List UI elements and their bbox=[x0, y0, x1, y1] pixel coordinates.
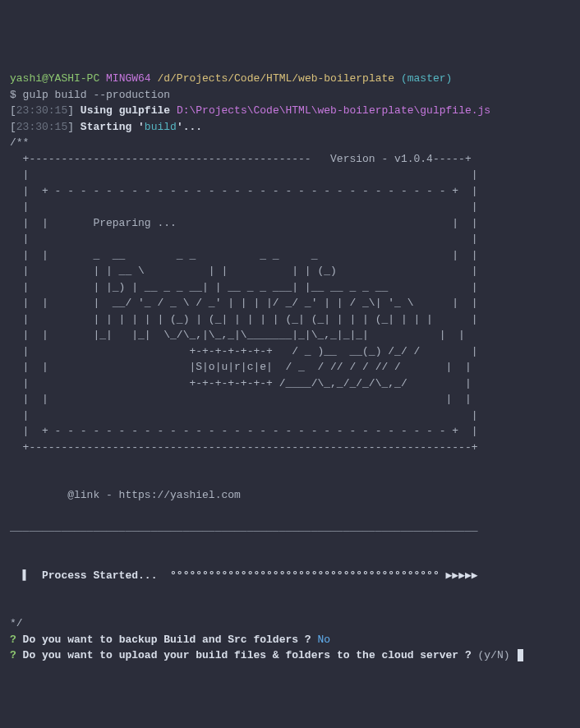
branch-name: master bbox=[407, 72, 446, 85]
ascii-art: | | |_) | __ _ _ __| | __ _ _ ___| |__ _… bbox=[10, 281, 478, 293]
ascii-art: | | _ __ _ _ _ _ _ | | bbox=[10, 249, 478, 261]
answer-no: No bbox=[317, 634, 330, 646]
question-text: Do you want to backup Build and Src fold… bbox=[16, 634, 318, 646]
ascii-art: | | | __/ '_ / _ \ / _' | | | |/ _/ _' |… bbox=[10, 297, 478, 309]
process-started: ▌ Process Started... °°°°°°°°°°°°°°°°°°°… bbox=[10, 569, 478, 582]
prompt-user: yashi@YASHI-PC bbox=[10, 72, 99, 85]
comment-close: */ bbox=[10, 617, 23, 629]
log-msg: Using gulpfile bbox=[81, 104, 177, 117]
prompt-symbol: $ bbox=[10, 89, 23, 101]
ascii-art: | | | __ \ | | | | (_) | bbox=[10, 265, 478, 277]
branch-open: ( bbox=[401, 72, 407, 85]
question-mark-icon: ? bbox=[10, 634, 16, 646]
comment-open: /** bbox=[10, 136, 29, 149]
ascii-art: | | |_| |_| \_/\_,|\_,_|\_______|_|\_,_|… bbox=[10, 329, 465, 341]
ascii-art: | | bbox=[10, 168, 478, 181]
question-text: Do you want to upload your build files &… bbox=[16, 649, 478, 661]
ascii-art: | | |S|o|u|r|c|e| / _ / // / / // / | | bbox=[10, 361, 472, 373]
ascii-art: | | | | | | | (_) | (_| | | | | (_| (_| … bbox=[10, 313, 478, 325]
prompt-cwd: /d/Projects/Code/HTML/web-boilerplate bbox=[157, 72, 394, 85]
task-name: build bbox=[145, 121, 177, 133]
ascii-art: | | bbox=[10, 200, 478, 213]
branch-close: ) bbox=[446, 72, 453, 85]
question-2[interactable]: ? Do you want to upload your build files… bbox=[10, 649, 523, 661]
ascii-art: | | Preparing ... | | bbox=[10, 217, 478, 229]
cursor-icon[interactable] bbox=[518, 649, 523, 661]
ascii-art: +---------------------------------------… bbox=[10, 153, 472, 165]
prompt-env: MINGW64 bbox=[106, 72, 151, 85]
ascii-art: +---------------------------------------… bbox=[10, 441, 478, 454]
timestamp: 23:30:15 bbox=[16, 121, 67, 133]
command-line: $ gulp build --production bbox=[10, 89, 170, 101]
command-text: gulp build --production bbox=[23, 89, 170, 101]
ascii-art: | | bbox=[10, 409, 478, 422]
question-mark-icon: ? bbox=[10, 649, 16, 661]
ascii-art: | | | | bbox=[10, 393, 472, 405]
divider: ________________________________________… bbox=[10, 521, 478, 533]
ascii-art: | +-+-+-+-+-+-+ /____/\_,_/_/_/\_,_/ | bbox=[10, 377, 472, 389]
ascii-art: | + - - - - - - - - - - - - - - - - - - … bbox=[10, 425, 478, 437]
gulpfile-path: D:\Projects\Code\HTML\web-boilerplate\gu… bbox=[177, 104, 490, 117]
ascii-art: | + - - - - - - - - - - - - - - - - - - … bbox=[10, 185, 478, 197]
log-line-2: [23:30:15] Starting 'build'... bbox=[10, 121, 202, 133]
ascii-art: | +-+-+-+-+-+-+ / _ )__ __(_) /_/ / | bbox=[10, 345, 478, 357]
ascii-art: | | bbox=[10, 233, 478, 245]
timestamp: 23:30:15 bbox=[16, 104, 67, 117]
link-text: @link - https://yashiel.com bbox=[10, 489, 241, 501]
log-line-1: [23:30:15] Using gulpfile D:\Projects\Co… bbox=[10, 104, 490, 117]
question-1: ? Do you want to backup Build and Src fo… bbox=[10, 634, 330, 646]
terminal-output: yashi@YASHI-PC MINGW64 /d/Projects/Code/… bbox=[10, 71, 570, 664]
prompt-line: yashi@YASHI-PC MINGW64 /d/Projects/Code/… bbox=[10, 72, 452, 85]
prompt-hint: (y/N) bbox=[478, 649, 517, 661]
